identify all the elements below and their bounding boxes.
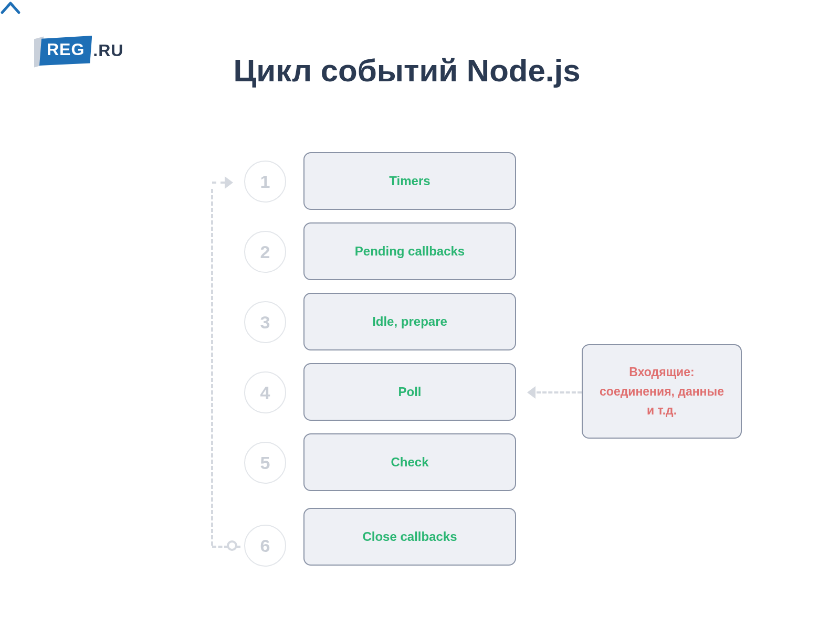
phase-label: Timers bbox=[389, 174, 430, 188]
phase-label: Pending callbacks bbox=[355, 244, 465, 259]
phase-label: Close callbacks bbox=[362, 529, 457, 544]
phase-number-2: 2 bbox=[244, 231, 286, 273]
phase-number-label: 5 bbox=[260, 453, 270, 473]
phase-number-1: 1 bbox=[244, 161, 286, 203]
chevron-up-icon bbox=[0, 0, 21, 15]
phase-box-pending-callbacks: Pending callbacks bbox=[303, 222, 516, 280]
loop-line-top bbox=[212, 182, 225, 184]
incoming-label: Входящие: соединения, данные и т.д. bbox=[595, 363, 728, 420]
phase-label: Check bbox=[391, 455, 428, 470]
loop-line-vertical bbox=[211, 189, 213, 546]
phase-number-label: 6 bbox=[260, 536, 270, 556]
incoming-box: Входящие: соединения, данные и т.д. bbox=[582, 344, 742, 439]
loop-arrow-top-icon bbox=[225, 176, 233, 189]
phase-box-timers: Timers bbox=[303, 152, 516, 210]
phase-number-label: 1 bbox=[260, 172, 270, 192]
phase-number-label: 3 bbox=[260, 312, 270, 333]
phase-number-3: 3 bbox=[244, 301, 286, 343]
incoming-arrow-icon bbox=[527, 386, 536, 399]
phase-number-5: 5 bbox=[244, 442, 286, 484]
phase-box-poll: Poll bbox=[303, 363, 516, 421]
phase-number-label: 2 bbox=[260, 242, 270, 262]
loop-end-dot-icon bbox=[227, 540, 237, 551]
phase-label: Idle, prepare bbox=[372, 314, 447, 329]
phase-box-close-callbacks: Close callbacks bbox=[303, 508, 516, 566]
incoming-line bbox=[537, 391, 582, 393]
phase-number-label: 4 bbox=[260, 382, 270, 403]
phase-number-4: 4 bbox=[244, 371, 286, 413]
page-title: Цикл событий Node.js bbox=[0, 52, 827, 89]
phase-box-check: Check bbox=[303, 433, 516, 491]
phase-label: Poll bbox=[398, 385, 421, 399]
phase-box-idle-prepare: Idle, prepare bbox=[303, 293, 516, 350]
phase-number-6: 6 bbox=[244, 525, 286, 567]
